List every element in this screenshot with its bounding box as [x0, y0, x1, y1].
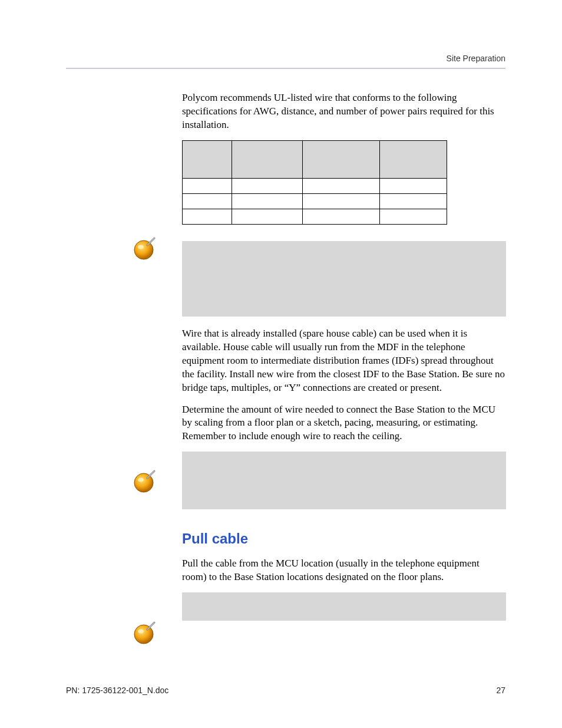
note-thumbtack-icon — [131, 619, 159, 647]
table-row — [183, 193, 447, 209]
svg-point-3 — [138, 478, 144, 482]
page-footer: PN: 1725-36122-001_N.doc 27 — [66, 685, 505, 696]
table-row — [183, 178, 447, 193]
note-thumbtack-icon — [131, 235, 159, 263]
document-page: Site Preparation — [0, 0, 562, 728]
table-cell — [232, 178, 302, 193]
table-header-row — [183, 140, 447, 178]
paragraph-house-cable: Wire that is already installed (spare ho… — [182, 327, 506, 395]
table-cell — [183, 193, 232, 209]
footer-doc-id: PN: 1725-36122-001_N.doc — [66, 685, 168, 696]
svg-point-5 — [138, 630, 144, 634]
section-title: Site Preparation — [66, 53, 505, 64]
table-cell — [380, 193, 447, 209]
page-header: Site Preparation — [66, 53, 505, 69]
table-cell — [302, 178, 380, 193]
svg-point-1 — [138, 245, 144, 249]
wire-spec-table — [182, 140, 447, 225]
note-box — [182, 241, 506, 317]
table-cell — [183, 209, 232, 224]
heading-pull-cable: Pull cable — [182, 529, 506, 548]
note-box — [182, 592, 506, 621]
footer-page-number: 27 — [496, 685, 505, 696]
note-thumbtack-icon — [131, 467, 159, 496]
table-header-cell — [380, 140, 447, 178]
table-row — [183, 209, 447, 224]
table-header-cell — [302, 140, 380, 178]
paragraph-pull-cable: Pull the cable from the MCU location (us… — [182, 557, 506, 584]
table-cell — [380, 178, 447, 193]
table-cell — [183, 178, 232, 193]
table-cell — [380, 209, 447, 224]
table-cell — [232, 193, 302, 209]
main-content: Polycom recommends UL-listed wire that c… — [182, 91, 506, 621]
paragraph-determine-wire: Determine the amount of wire needed to c… — [182, 403, 506, 444]
table-header-cell — [183, 140, 232, 178]
table-cell — [232, 209, 302, 224]
paragraph-intro: Polycom recommends UL-listed wire that c… — [182, 91, 506, 132]
table-header-cell — [232, 140, 302, 178]
note-box — [182, 452, 506, 509]
table-cell — [302, 209, 380, 224]
table-cell — [302, 193, 380, 209]
header-rule — [66, 68, 505, 69]
